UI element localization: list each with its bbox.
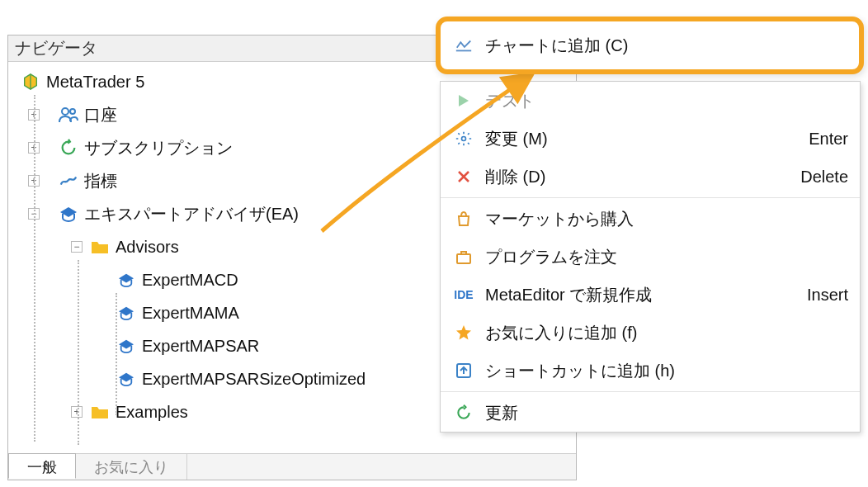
examples-folder-label: Examples [116,403,188,422]
tree-subscription-label: サブスクリプション [84,137,233,159]
menu-metaeditor-label: MetaEditor で新規作成 [485,284,797,306]
menu-modify-label: 変更 (M) [485,128,799,150]
tree-root-label: MetaTrader 5 [46,73,144,92]
tab-general[interactable]: 一般 [8,453,76,479]
menu-buy-market[interactable]: マーケットから購入 [441,200,860,238]
tree-indicators-label: 指標 [84,170,117,192]
menu-modify[interactable]: 変更 (M) Enter [441,120,860,158]
svg-rect-5 [457,254,470,263]
svg-point-1 [70,109,75,114]
briefcase-icon [452,249,475,264]
folder-icon [89,239,111,254]
svg-rect-3 [92,407,97,409]
menu-add-shortcut[interactable]: ショートカットに追加 (h) [441,352,860,390]
menu-add-favorite-label: お気に入りに追加 (f) [485,322,848,344]
shopping-bag-icon [452,210,475,227]
play-icon [452,92,475,109]
delete-icon [452,169,475,184]
expert-cap-icon [58,206,79,222]
menu-order-program[interactable]: プログラムを注文 [441,238,860,276]
menu-order-program-label: プログラムを注文 [485,246,848,268]
menu-refresh-label: 更新 [485,402,848,424]
menu-refresh[interactable]: 更新 [441,394,860,432]
navigator-tabs: 一般 お気に入り [8,453,576,480]
ea-label: ExpertMAPSARSizeOptimized [142,370,366,389]
menu-add-to-chart-label: チャートに追加 (C) [485,35,847,57]
menu-test[interactable]: テスト [441,82,860,120]
accounts-icon [58,106,79,124]
tree-guide-line [78,260,79,445]
svg-point-0 [62,108,68,115]
metatrader-icon [20,73,41,91]
ea-label-truncated: MYFOREX ex5 [117,437,228,438]
advisors-folder-label: Advisors [116,238,179,257]
svg-point-4 [462,137,466,141]
menu-delete[interactable]: 削除 (D) Delete [441,158,860,196]
callout-highlight: チャートに追加 (C) [436,17,864,74]
tree-experts-label: エキスパートアドバイザ(EA) [84,203,299,225]
tab-favorites[interactable]: お気に入り [76,454,187,480]
expand-icon[interactable]: + [71,406,83,418]
svg-rect-2 [92,242,97,244]
menu-separator [441,197,860,198]
ide-icon: IDE [452,288,475,301]
refresh-icon [58,139,79,157]
expert-cap-icon [116,338,137,353]
chart-line-icon [452,38,475,53]
indicator-icon [58,173,79,188]
star-icon [452,324,475,341]
menu-add-favorite[interactable]: お気に入りに追加 (f) [441,314,860,352]
shortcut-icon [452,362,475,379]
gear-icon [452,130,475,147]
menu-add-shortcut-label: ショートカットに追加 (h) [485,360,848,382]
tree-guide-line [34,95,35,442]
menu-separator [441,391,860,392]
menu-metaeditor-shortcut: Insert [807,286,848,305]
menu-delete-shortcut: Delete [800,168,848,187]
ea-label: ExpertMAMA [142,304,239,323]
ea-label: ExpertMACD [142,271,238,290]
expert-cap-icon [116,371,137,386]
menu-delete-label: 削除 (D) [485,166,790,188]
ea-label: ExpertMAPSAR [142,337,259,356]
menu-metaeditor[interactable]: IDE MetaEditor で新規作成 Insert [441,276,860,314]
expert-cap-icon [116,305,137,320]
collapse-icon[interactable]: − [71,241,83,253]
context-menu: テスト 変更 (M) Enter 削除 (D) Delete マーケットから購入… [440,81,861,433]
menu-modify-shortcut: Enter [809,130,848,149]
tree-accounts-label: 口座 [84,104,117,126]
tree-guide-line [116,293,117,415]
refresh-icon [452,404,475,421]
menu-buy-market-label: マーケットから購入 [485,208,848,230]
menu-test-label: テスト [485,90,848,112]
expert-cap-icon [116,272,137,287]
folder-icon [89,404,111,419]
